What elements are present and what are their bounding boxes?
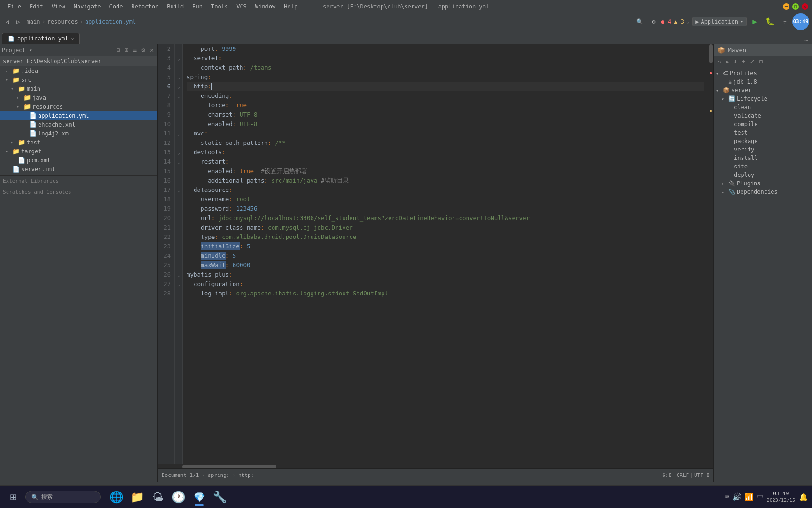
tree-item-server-iml[interactable]: 📄 server.iml	[0, 165, 157, 174]
maven-item-verify[interactable]: verify	[714, 145, 812, 154]
maven-item-validate[interactable]: validate	[714, 111, 812, 120]
toolbar-settings[interactable]: ⚙	[649, 17, 658, 26]
fold-11[interactable]: ⌄	[175, 129, 182, 138]
horizontal-scrollbar[interactable]	[158, 464, 713, 468]
maven-expand[interactable]: ⤢	[748, 57, 757, 66]
input-method-label[interactable]: 中	[757, 493, 763, 501]
tree-item-resources[interactable]: ▾ 📁 resources	[0, 102, 157, 111]
tree-item-log4j2[interactable]: 📄 log4j2.xml	[0, 129, 157, 138]
tree-item-application-yml[interactable]: 📄 application.yml	[0, 111, 157, 120]
toolbar-search[interactable]: 🔍	[633, 17, 646, 26]
start-button[interactable]: ⊞	[4, 488, 23, 507]
menu-edit[interactable]: Edit	[26, 2, 47, 11]
right-scrollbar[interactable]	[708, 44, 713, 464]
menu-vcs[interactable]: VCS	[233, 2, 250, 11]
maven-item-dependencies[interactable]: ▸ 📎 Dependencies	[714, 188, 812, 196]
maven-run[interactable]: ▶	[724, 57, 731, 66]
tree-item-idea[interactable]: ▸ 📁 .idea	[0, 66, 157, 75]
panel-sort[interactable]: ≡	[132, 46, 139, 55]
panel-fold-all[interactable]: ⊟	[115, 46, 122, 55]
close-button[interactable]: ✕	[802, 3, 808, 10]
maven-label-clean: clean	[734, 104, 751, 111]
volume-icon[interactable]: 🔊	[732, 492, 742, 501]
maven-item-clean[interactable]: clean	[714, 103, 812, 111]
window-controls[interactable]: ─ □ ✕	[783, 3, 808, 10]
coverage-button[interactable]: ☂	[781, 17, 789, 26]
forward-button[interactable]: ▷	[14, 17, 23, 26]
maven-item-deploy[interactable]: deploy	[714, 171, 812, 179]
fold-3[interactable]: ⌄	[175, 54, 182, 63]
fold-14[interactable]: ⌄	[175, 157, 182, 167]
tree-item-test[interactable]: ▸ 📁 test	[0, 138, 157, 147]
fold-27[interactable]: ⌄	[175, 279, 182, 289]
menu-help[interactable]: Help	[280, 2, 301, 11]
maven-item-site[interactable]: site	[714, 162, 812, 171]
menu-run[interactable]: Run	[188, 2, 206, 11]
code-editor[interactable]: port: 9999 servlet: context-path: /teams…	[183, 44, 708, 464]
maven-item-plugins[interactable]: ▸ 🔌 Plugins	[714, 179, 812, 188]
menu-tools[interactable]: Tools	[207, 2, 232, 11]
fold-7[interactable]: ⌄	[175, 91, 182, 101]
maven-item-server[interactable]: ▾ 📦 server	[714, 86, 812, 95]
taskbar-app-weather[interactable]: 🌤	[148, 488, 167, 507]
fold-17[interactable]: ⌄	[175, 185, 182, 195]
maven-item-lifecycle[interactable]: ▾ 🔄 Lifecycle	[714, 95, 812, 103]
taskbar-app-intellij[interactable]: 💎	[190, 488, 209, 507]
wifi-icon[interactable]: 📶	[744, 492, 754, 501]
menu-refactor[interactable]: Refactor	[127, 2, 162, 11]
fold-13[interactable]: ⌄	[175, 148, 182, 157]
maven-item-install[interactable]: install	[714, 154, 812, 162]
menu-code[interactable]: Code	[106, 2, 127, 11]
menu-file[interactable]: File	[4, 2, 25, 11]
expand-icon[interactable]: ⌄	[686, 18, 689, 25]
maven-item-package[interactable]: package	[714, 137, 812, 145]
tree-item-target[interactable]: ▸ 📁 target	[0, 147, 157, 156]
maven-item-test[interactable]: test	[714, 128, 812, 137]
breadcrumb-resources[interactable]: resources	[47, 18, 78, 25]
panel-settings[interactable]: ⚙	[140, 46, 147, 55]
debug-button[interactable]: 🐛	[763, 16, 778, 27]
scrollbar-thumb[interactable]	[709, 44, 713, 63]
tree-item-ehcache[interactable]: 📄 ehcache.xml	[0, 120, 157, 129]
maven-download[interactable]: ⬇	[732, 57, 739, 66]
notification-icon[interactable]: 🔔	[799, 492, 808, 501]
tree-item-java[interactable]: ▸ 📁 java	[0, 93, 157, 102]
menu-view[interactable]: View	[48, 2, 69, 11]
section-scratches[interactable]: Scratches and Consoles	[0, 187, 157, 196]
tab-application-yml[interactable]: 📄 application.yml ✕	[2, 33, 80, 44]
taskbar-app-explorer[interactable]: 📁	[128, 488, 147, 507]
panel-close[interactable]: ✕	[148, 46, 156, 55]
maven-add[interactable]: +	[740, 57, 747, 66]
app-selector[interactable]: ▶ Application ▾	[692, 17, 747, 26]
tab-close-button[interactable]: ✕	[71, 36, 74, 41]
tree-item-src[interactable]: ▾ 📁 src	[0, 75, 157, 84]
section-external-libs[interactable]: External Libraries	[0, 175, 157, 185]
fold-26[interactable]: ⌄	[175, 270, 182, 279]
breadcrumb-project[interactable]: main	[26, 18, 40, 25]
fold-6[interactable]: ⌄	[175, 82, 182, 91]
menu-navigate[interactable]: Navigate	[70, 2, 105, 11]
taskbar-app-browser[interactable]: 🌐	[107, 488, 126, 507]
tab-options[interactable]: ⋯	[801, 37, 812, 44]
menu-window[interactable]: Window	[251, 2, 279, 11]
run-button[interactable]: ▶	[750, 16, 760, 27]
maven-item-profiles[interactable]: ▾ 🏷 Profiles	[714, 69, 812, 78]
taskbar-app-extra[interactable]: 🔧	[211, 488, 229, 507]
back-button[interactable]: ◁	[3, 17, 12, 26]
maximize-button[interactable]: □	[792, 3, 799, 10]
maven-refresh[interactable]: ↻	[716, 57, 723, 66]
tree-item-main[interactable]: ▾ 📁 main	[0, 84, 157, 93]
maven-collapse[interactable]: ⊟	[757, 57, 765, 66]
menu-build[interactable]: Build	[163, 2, 187, 11]
fold-5[interactable]: ⌄	[175, 72, 182, 82]
maven-item-compile[interactable]: compile	[714, 120, 812, 128]
status-sep2: ›	[232, 472, 235, 478]
taskbar-search[interactable]: 🔍 搜索	[25, 491, 101, 503]
minimize-button[interactable]: ─	[783, 3, 789, 10]
tree-item-pom[interactable]: 📄 pom.xml	[0, 156, 157, 165]
maven-item-jdk[interactable]: ☕ jdk-1.8	[714, 78, 812, 86]
h-scrollbar-thumb[interactable]	[182, 465, 276, 468]
menu-bar[interactable]: File Edit View Navigate Code Refactor Bu…	[4, 2, 301, 11]
taskbar-app-clock[interactable]: 🕐	[169, 488, 188, 507]
panel-expand-all[interactable]: ⊞	[123, 46, 131, 55]
